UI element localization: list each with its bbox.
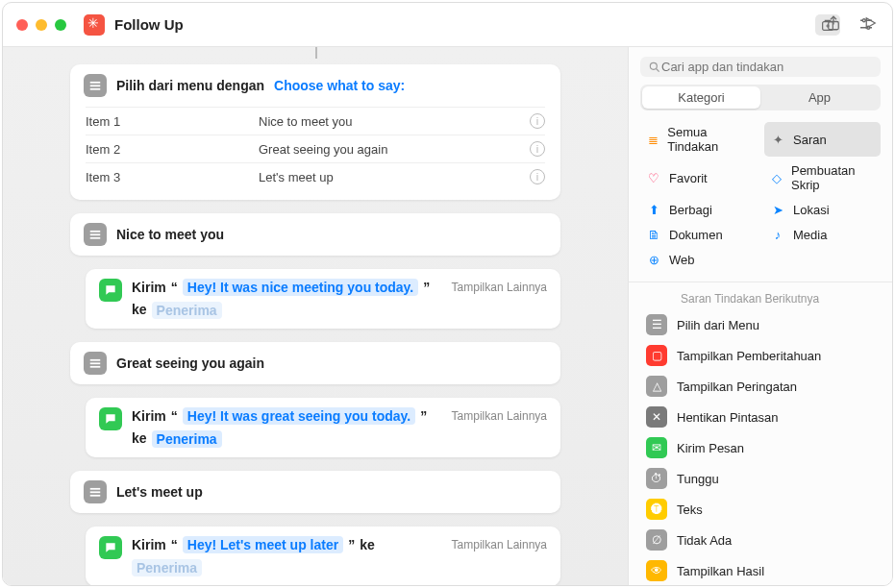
branch-label: Nice to meet you [116,227,224,242]
menu-branch-header[interactable]: Let's meet up [70,471,560,513]
suggestion-label: Tampilkan Pemberitahuan [677,349,821,363]
suggestion-label: Kirim Pesan [677,441,744,455]
menu-row[interactable]: Item 3 Let's meet up i [86,162,545,190]
message-token[interactable]: Hey! It was great seeing you today. [183,407,415,425]
library-segmented[interactable]: Kategori App [640,85,881,110]
category-grid: ≣Semua Tindakan✦Saran♡Favorit◇Pembuatan … [629,120,892,282]
category-item[interactable]: ⊕Web [640,249,757,270]
share-icon[interactable] [825,14,842,35]
messages-icon [99,407,122,430]
svg-rect-11 [90,491,101,493]
menu-icon [84,74,107,97]
message-token[interactable]: Hey! Let's meet up later [183,536,343,553]
seg-categories[interactable]: Kategori [642,86,760,109]
action-send-message[interactable]: Kirim “ Hey! It was nice meeting you tod… [86,269,560,329]
category-icon: ◇ [770,170,783,185]
menu-row[interactable]: Item 2 Great seeing you again i [86,135,545,162]
suggestion-label: Teks [677,502,703,517]
body: Pilih dari menu dengan Choose what to sa… [3,47,892,585]
svg-rect-9 [90,366,101,368]
category-label: Web [669,253,695,267]
svg-rect-5 [90,233,101,235]
category-item[interactable] [764,249,881,270]
suggestion-item[interactable]: 👁Tampilkan Hasil [629,555,892,585]
window-controls [16,19,66,31]
seg-apps[interactable]: App [760,86,879,109]
app-window: Follow Up Pilih dari menu dengan Choose … [2,2,893,586]
action-send-message[interactable]: Kirim “ Hey! Let's meet up later ” ke Ta… [86,527,560,585]
titlebar: Follow Up [3,3,892,47]
svg-rect-6 [90,237,101,239]
suggestions-header: Saran Tindakan Berikutnya [629,282,892,309]
menu-branch-header[interactable]: Nice to meet you [70,213,560,256]
suggestion-icon: ☰ [646,314,667,335]
menu-icon [84,352,107,375]
minimize-window[interactable] [36,19,47,31]
action-send-message[interactable]: Kirim “ Hey! It was great seeing you tod… [86,398,560,457]
show-more[interactable]: Tampilkan Lainnya [452,538,547,551]
menu-icon [84,480,107,503]
info-icon[interactable]: i [530,113,545,129]
search-input[interactable] [661,60,873,74]
shortcut-icon [84,14,105,36]
suggestion-label: Tampilkan Hasil [677,564,764,578]
library-sidebar: Kategori App ≣Semua Tindakan✦Saran♡Favor… [628,47,892,585]
recipient-token[interactable]: Penerima [152,302,222,319]
suggestion-label: Tidak Ada [677,533,732,548]
category-label: Berbagi [669,203,712,217]
category-item[interactable]: ⬆Berbagi [640,199,757,220]
menu-row[interactable]: Item 1 Nice to meet you i [86,107,545,135]
suggestion-label: Pilih dari Menu [677,318,759,332]
suggestion-label: Hentikan Pintasan [677,410,779,425]
category-label: Lokasi [793,203,830,217]
suggestion-icon: ▢ [646,345,667,366]
category-label: Pembuatan Skrip [791,163,875,192]
suggestion-item[interactable]: ✕Hentikan Pintasan [629,402,892,432]
category-item[interactable]: ➤Lokasi [764,199,881,220]
category-icon: ⬆ [646,202,661,217]
action-choose-from-menu[interactable]: Pilih dari menu dengan Choose what to sa… [70,64,560,200]
category-icon: 🗎 [646,227,661,242]
close-window[interactable] [16,19,28,31]
suggestion-label: Tunggu [677,472,719,486]
suggestions-list: ☰Pilih dari Menu▢Tampilkan Pemberitahuan… [629,309,892,585]
suggestion-item[interactable]: ✉Kirim Pesan [629,432,892,463]
recipient-token[interactable]: Penerima [132,559,202,576]
messages-icon [99,536,122,559]
category-item[interactable]: ♪Media [764,224,881,245]
recipient-token[interactable]: Penerima [152,430,222,448]
suggestion-item[interactable]: ∅Tidak Ada [629,525,892,555]
menu-branch-header[interactable]: Great seeing you again [70,342,560,384]
info-icon[interactable]: i [530,141,545,157]
suggestion-icon: △ [646,376,667,397]
svg-rect-12 [90,495,101,497]
category-label: Saran [793,133,827,147]
category-item[interactable]: ≣Semua Tindakan [640,122,757,157]
category-label: Media [793,228,827,242]
suggestion-icon: 👁 [646,560,667,581]
category-item[interactable]: ✦Saran [764,122,881,157]
search-field[interactable] [640,57,881,77]
suggestion-item[interactable]: ▢Tampilkan Pemberitahuan [629,340,892,371]
suggestion-item[interactable]: △Tampilkan Peringatan [629,371,892,402]
show-more[interactable]: Tampilkan Lainnya [452,409,547,423]
category-item[interactable]: 🗎Dokumen [640,224,757,245]
svg-rect-1 [90,82,101,84]
choose-prefix: Pilih dari menu dengan [116,78,264,93]
suggestion-item[interactable]: 🅣Teks [629,494,892,525]
svg-rect-7 [90,359,101,361]
suggestion-icon: ⏱ [646,468,667,489]
search-icon [648,61,661,74]
message-token[interactable]: Hey! It was nice meeting you today. [183,279,418,296]
category-icon: ≣ [646,132,659,147]
show-more[interactable]: Tampilkan Lainnya [452,281,547,294]
info-icon[interactable]: i [530,169,545,184]
choose-prompt-token[interactable]: Choose what to say: [274,78,405,93]
editor[interactable]: Pilih dari menu dengan Choose what to sa… [3,47,628,585]
suggestion-item[interactable]: ☰Pilih dari Menu [629,309,892,340]
suggestion-item[interactable]: ⏱Tunggu [629,463,892,494]
category-item[interactable]: ♡Favorit [640,160,757,195]
zoom-window[interactable] [55,19,66,31]
category-item[interactable]: ◇Pembuatan Skrip [764,160,881,195]
run-icon[interactable] [861,14,879,35]
